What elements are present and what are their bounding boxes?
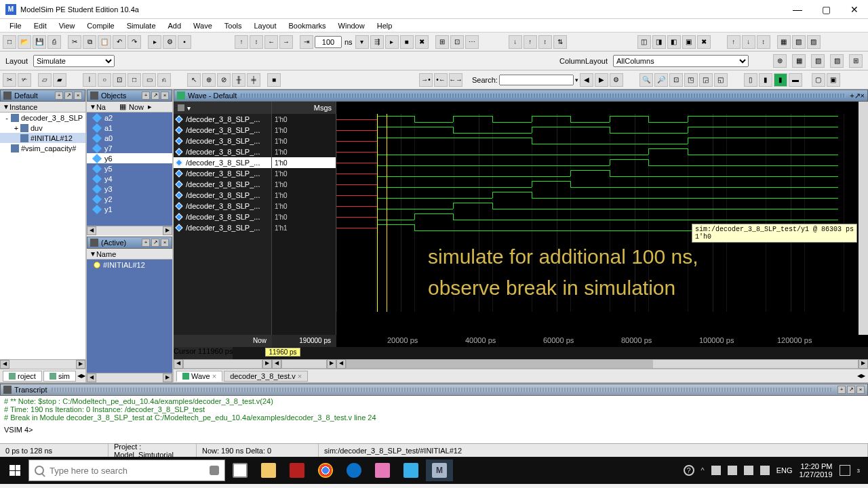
cursor-button[interactable]: ↕	[538, 35, 552, 49]
tree-item[interactable]: #INITIAL#12	[0, 133, 85, 143]
menu-help[interactable]: Help	[372, 20, 398, 31]
tray-icon[interactable]	[728, 466, 737, 475]
stop-button[interactable]: ✖	[415, 35, 429, 49]
tool-button[interactable]: ○	[98, 73, 111, 87]
signal-item[interactable]: /decoder_3_8_SLP_...	[174, 201, 271, 211]
menu-simulate[interactable]: Simulate	[121, 20, 161, 31]
edge-button[interactable]: •←	[434, 73, 448, 87]
tool-button[interactable]: ╫	[232, 73, 245, 87]
transcript-prompt[interactable]: VSIM 4>	[4, 426, 864, 434]
print-button[interactable]: ⎙	[47, 35, 61, 49]
view-button[interactable]: ▮	[774, 73, 787, 87]
language-indicator[interactable]: ENG	[776, 466, 793, 474]
help-icon[interactable]: ?	[684, 465, 694, 476]
volume-icon[interactable]	[760, 466, 770, 475]
signal-item[interactable]: /decoder_3_8_SLP_...	[174, 222, 271, 233]
zoom-out-button[interactable]: 🔎	[654, 73, 668, 87]
signal-item[interactable]: /decoder_3_8_SLP_...	[174, 179, 271, 190]
taskbar-search-input[interactable]	[50, 466, 204, 476]
menu-bookmarks[interactable]: Bookmarks	[283, 20, 332, 31]
format-button[interactable]: ▨	[807, 35, 821, 49]
redo-button[interactable]: ↷	[127, 35, 141, 49]
panel-btn[interactable]: +	[837, 386, 846, 394]
panel-btn[interactable]: ×	[161, 92, 169, 100]
step-button[interactable]: ↕	[250, 35, 263, 49]
close-button[interactable]: ✕	[846, 4, 863, 15]
object-item[interactable]: y5	[87, 163, 172, 174]
tool-button[interactable]: ✂	[3, 73, 16, 87]
signal-item[interactable]: /decoder_3_8_SLP_...	[174, 168, 271, 179]
step-over-button[interactable]: ←	[264, 35, 278, 49]
search-next-button[interactable]: ▶	[595, 73, 608, 87]
tool-button[interactable]: ▧	[811, 54, 825, 68]
wave-tool-button[interactable]: ◧	[667, 35, 681, 49]
panel-btn[interactable]: ↗	[64, 92, 73, 100]
tool-button[interactable]: ⊡	[113, 73, 126, 87]
save-button[interactable]: 💾	[33, 35, 46, 49]
format-button[interactable]: ▧	[792, 35, 806, 49]
sim-subheader[interactable]: ▼Instance	[0, 102, 85, 113]
tool-button[interactable]: ▰	[53, 73, 66, 87]
active-panel-header[interactable]: (Active) + ↗ ×	[87, 237, 172, 249]
open-button[interactable]: 📂	[18, 35, 31, 49]
panel-btn[interactable]: ↗	[847, 386, 855, 394]
panel-btn[interactable]: ×	[161, 239, 169, 247]
waveform-area[interactable]: simulate for additional 100 ns, observe …	[336, 102, 859, 335]
taskbar-edge[interactable]	[340, 460, 368, 481]
cursor-line[interactable]	[387, 114, 387, 312]
wave-hscroll[interactable]: ◀▶ ◀▶ ◀▶	[174, 359, 868, 369]
wave-tool-button[interactable]: ✖	[697, 35, 711, 49]
undo-button[interactable]: ↶	[113, 35, 126, 49]
runtime-input[interactable]	[315, 36, 342, 48]
new-button[interactable]: □	[3, 35, 16, 49]
tool-button[interactable]: ▨	[830, 54, 844, 68]
scroll-left[interactable]: ◀	[87, 226, 96, 235]
objects-panel-header[interactable]: Objects + ↗ ×	[87, 89, 172, 102]
menu-file[interactable]: File	[4, 20, 27, 31]
menu-view[interactable]: View	[54, 20, 81, 31]
scroll-right[interactable]: ▶	[163, 373, 172, 382]
signal-item[interactable]: /decoder_3_8_SLP_...	[174, 136, 271, 146]
cursor-button[interactable]: ⇅	[553, 35, 567, 49]
taskbar-chrome[interactable]	[312, 460, 339, 481]
object-item[interactable]: a1	[87, 123, 172, 133]
object-item[interactable]: y3	[87, 184, 172, 194]
signal-item[interactable]: /decoder_3_8_SLP_...	[174, 190, 271, 201]
zoom-button[interactable]: ↕	[757, 35, 770, 49]
object-item[interactable]: y7	[87, 143, 172, 153]
dropdown-icon[interactable]: ▾	[355, 35, 369, 49]
sim-button[interactable]: ▪	[178, 35, 191, 49]
network-icon[interactable]	[744, 466, 753, 475]
tree-item[interactable]: -decoder_3_8_SLP	[0, 113, 85, 123]
start-button[interactable]	[3, 460, 27, 481]
cursor-track[interactable]: 11960 ps	[233, 347, 868, 359]
tray-chevron[interactable]: ^	[701, 466, 705, 474]
menu-wave[interactable]: Wave	[188, 20, 218, 31]
tool-button[interactable]: ▢	[812, 73, 825, 87]
compile-button[interactable]: ▸	[148, 35, 161, 49]
zoom-button[interactable]: ◱	[714, 73, 728, 87]
tool-button[interactable]: □	[127, 73, 141, 87]
tree-item[interactable]: +duv	[0, 123, 85, 133]
tree-item[interactable]: #vsim_capacity#	[0, 143, 85, 153]
tool-button[interactable]: ⊘	[217, 73, 231, 87]
taskbar-modelsim[interactable]: M	[426, 460, 453, 481]
object-item[interactable]: y2	[87, 194, 172, 204]
taskbar-app[interactable]	[369, 460, 396, 481]
tab-project[interactable]: roject	[3, 371, 42, 382]
panel-btn[interactable]: ↗	[151, 92, 159, 100]
restart-button[interactable]: ↑	[235, 35, 248, 49]
tool-button[interactable]: ╪	[247, 73, 260, 87]
tool-button[interactable]: ⊞	[849, 54, 863, 68]
scroll-right[interactable]: ▶	[163, 226, 172, 235]
tray-icon[interactable]	[711, 466, 721, 475]
signal-item[interactable]: /decoder_3_8_SLP_...	[174, 125, 271, 136]
tool-button[interactable]: ⊞	[435, 35, 449, 49]
cursor-position-box[interactable]: 11960 ps	[265, 348, 300, 357]
panel-btn[interactable]: +	[55, 92, 63, 100]
menu-layout[interactable]: Layout	[249, 20, 282, 31]
cut-button[interactable]: ✂	[68, 35, 81, 49]
edge-button[interactable]: ←→	[449, 73, 462, 87]
maximize-button[interactable]: ▢	[818, 4, 834, 15]
scroll-left[interactable]: ◀	[0, 360, 9, 369]
